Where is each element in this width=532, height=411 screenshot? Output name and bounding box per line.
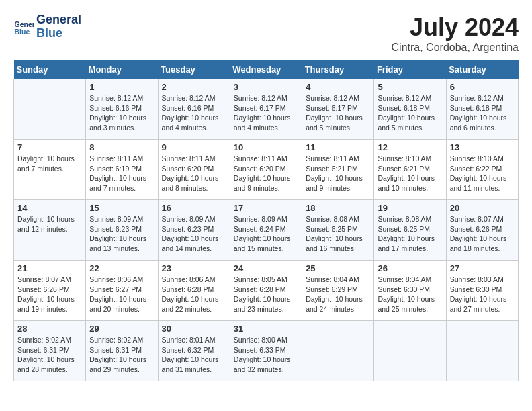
day-info: Sunrise: 8:01 AMSunset: 6:32 PMDaylight:… [162,335,226,375]
day-info: Sunrise: 8:07 AMSunset: 6:26 PMDaylight:… [17,275,82,314]
day-info: Sunrise: 8:12 AMSunset: 6:17 PMDaylight:… [234,93,298,133]
calendar-cell: 27Sunrise: 8:03 AMSunset: 6:30 PMDayligh… [446,261,518,321]
calendar-week-row: 28Sunrise: 8:02 AMSunset: 6:31 PMDayligh… [14,321,519,381]
calendar-cell: 10Sunrise: 8:11 AMSunset: 6:20 PMDayligh… [230,140,302,200]
calendar-cell: 17Sunrise: 8:09 AMSunset: 6:24 PMDayligh… [230,200,302,261]
day-info: Sunrise: 8:09 AMSunset: 6:23 PMDaylight:… [162,214,226,254]
calendar-cell: 11Sunrise: 8:11 AMSunset: 6:21 PMDayligh… [302,140,374,200]
day-number: 26 [378,263,442,273]
calendar-cell: 18Sunrise: 8:08 AMSunset: 6:25 PMDayligh… [302,200,374,261]
day-info: Sunrise: 8:09 AMSunset: 6:23 PMDaylight:… [89,214,154,254]
day-number: 10 [234,142,298,152]
day-number: 3 [234,82,298,92]
day-number: 14 [17,203,82,213]
weekday-header: Monday [86,60,158,79]
day-info: Sunrise: 8:04 AMSunset: 6:30 PMDaylight:… [378,275,442,314]
day-info: Sunrise: 8:12 AMSunset: 6:18 PMDaylight:… [450,93,515,133]
day-number: 8 [89,142,154,152]
calendar-cell: 21Sunrise: 8:07 AMSunset: 6:26 PMDayligh… [14,261,86,321]
day-number: 29 [89,324,154,334]
calendar-cell: 19Sunrise: 8:08 AMSunset: 6:25 PMDayligh… [374,200,446,261]
day-number: 20 [450,203,515,213]
calendar-cell: 14Daylight: 10 hoursand 12 minutes. [14,200,86,261]
calendar-cell: 5Sunrise: 8:12 AMSunset: 6:18 PMDaylight… [374,79,446,140]
day-info: Sunrise: 8:12 AMSunset: 6:16 PMDaylight:… [162,93,226,133]
weekday-header: Saturday [446,60,518,79]
day-number: 5 [378,82,442,92]
day-number: 28 [17,324,82,334]
calendar-cell: 26Sunrise: 8:04 AMSunset: 6:30 PMDayligh… [374,261,446,321]
day-info: Sunrise: 8:05 AMSunset: 6:28 PMDaylight:… [234,275,298,314]
day-number: 27 [450,263,515,273]
day-number: 24 [234,263,298,273]
day-info: Daylight: 10 hoursand 12 minutes. [17,214,82,234]
calendar-cell: 30Sunrise: 8:01 AMSunset: 6:32 PMDayligh… [158,321,230,381]
calendar-cell: 15Sunrise: 8:09 AMSunset: 6:23 PMDayligh… [86,200,158,261]
calendar-cell: 8Sunrise: 8:11 AMSunset: 6:19 PMDaylight… [86,140,158,200]
day-info: Sunrise: 8:11 AMSunset: 6:20 PMDaylight:… [162,154,226,193]
calendar-cell: 29Sunrise: 8:02 AMSunset: 6:31 PMDayligh… [86,321,158,381]
day-info: Sunrise: 8:11 AMSunset: 6:20 PMDaylight:… [234,154,298,193]
logo-text: General Blue [36,13,81,40]
calendar-cell: 13Sunrise: 8:10 AMSunset: 6:22 PMDayligh… [446,140,518,200]
calendar-cell: 1Sunrise: 8:12 AMSunset: 6:16 PMDaylight… [86,79,158,140]
day-number: 30 [162,324,226,334]
calendar-cell: 25Sunrise: 8:04 AMSunset: 6:29 PMDayligh… [302,261,374,321]
day-number: 2 [162,82,226,92]
calendar-week-row: 1Sunrise: 8:12 AMSunset: 6:16 PMDaylight… [14,79,519,140]
weekday-header: Sunday [14,60,86,79]
page-header: General Blue General Blue July 2024 Cint… [13,13,519,54]
day-info: Sunrise: 8:04 AMSunset: 6:29 PMDaylight:… [306,275,370,314]
day-number: 18 [306,203,370,213]
weekday-header: Thursday [302,60,374,79]
logo: General Blue General Blue [13,13,81,40]
title-block: July 2024 Cintra, Cordoba, Argentina [392,13,519,54]
calendar-cell: 3Sunrise: 8:12 AMSunset: 6:17 PMDaylight… [230,79,302,140]
calendar-cell: 2Sunrise: 8:12 AMSunset: 6:16 PMDaylight… [158,79,230,140]
day-info: Sunrise: 8:12 AMSunset: 6:16 PMDaylight:… [89,93,154,133]
calendar-header-row: SundayMondayTuesdayWednesdayThursdayFrid… [14,60,519,79]
calendar-cell: 9Sunrise: 8:11 AMSunset: 6:20 PMDaylight… [158,140,230,200]
day-info: Sunrise: 8:02 AMSunset: 6:31 PMDaylight:… [89,335,154,375]
day-number: 19 [378,203,442,213]
calendar-cell: 7Daylight: 10 hoursand 7 minutes. [14,140,86,200]
day-number: 7 [17,142,82,152]
day-number: 1 [89,82,154,92]
day-info: Sunrise: 8:08 AMSunset: 6:25 PMDaylight:… [378,214,442,254]
day-number: 23 [162,263,226,273]
weekday-header: Friday [374,60,446,79]
calendar-cell: 31Sunrise: 8:00 AMSunset: 6:33 PMDayligh… [230,321,302,381]
day-info: Sunrise: 8:03 AMSunset: 6:30 PMDaylight:… [450,275,515,314]
day-number: 25 [306,263,370,273]
day-info: Sunrise: 8:11 AMSunset: 6:19 PMDaylight:… [89,154,154,193]
day-info: Sunrise: 8:06 AMSunset: 6:28 PMDaylight:… [162,275,226,314]
day-info: Sunrise: 8:06 AMSunset: 6:27 PMDaylight:… [89,275,154,314]
day-number: 17 [234,203,298,213]
day-number: 11 [306,142,370,152]
calendar-table: SundayMondayTuesdayWednesdayThursdayFrid… [13,60,519,381]
day-info: Sunrise: 8:09 AMSunset: 6:24 PMDaylight:… [234,214,298,254]
day-number: 22 [89,263,154,273]
day-number: 16 [162,203,226,213]
calendar-cell [302,321,374,381]
calendar-week-row: 14Daylight: 10 hoursand 12 minutes.15Sun… [14,200,519,261]
calendar-cell: 20Sunrise: 8:07 AMSunset: 6:26 PMDayligh… [446,200,518,261]
weekday-header: Tuesday [158,60,230,79]
calendar-cell [446,321,518,381]
day-info: Sunrise: 8:12 AMSunset: 6:18 PMDaylight:… [378,93,442,133]
day-number: 9 [162,142,226,152]
calendar-cell: 12Sunrise: 8:10 AMSunset: 6:21 PMDayligh… [374,140,446,200]
svg-text:Blue: Blue [15,27,30,35]
calendar-cell: 28Sunrise: 8:02 AMSunset: 6:31 PMDayligh… [14,321,86,381]
day-info: Sunrise: 8:11 AMSunset: 6:21 PMDaylight:… [306,154,370,193]
weekday-header: Wednesday [230,60,302,79]
calendar-cell: 22Sunrise: 8:06 AMSunset: 6:27 PMDayligh… [86,261,158,321]
calendar-cell [374,321,446,381]
day-info: Sunrise: 8:02 AMSunset: 6:31 PMDaylight:… [17,335,82,375]
day-info: Sunrise: 8:08 AMSunset: 6:25 PMDaylight:… [306,214,370,254]
day-info: Sunrise: 8:00 AMSunset: 6:33 PMDaylight:… [234,335,298,375]
day-info: Sunrise: 8:07 AMSunset: 6:26 PMDaylight:… [450,214,515,254]
calendar-cell [14,79,86,140]
day-number: 15 [89,203,154,213]
day-number: 12 [378,142,442,152]
